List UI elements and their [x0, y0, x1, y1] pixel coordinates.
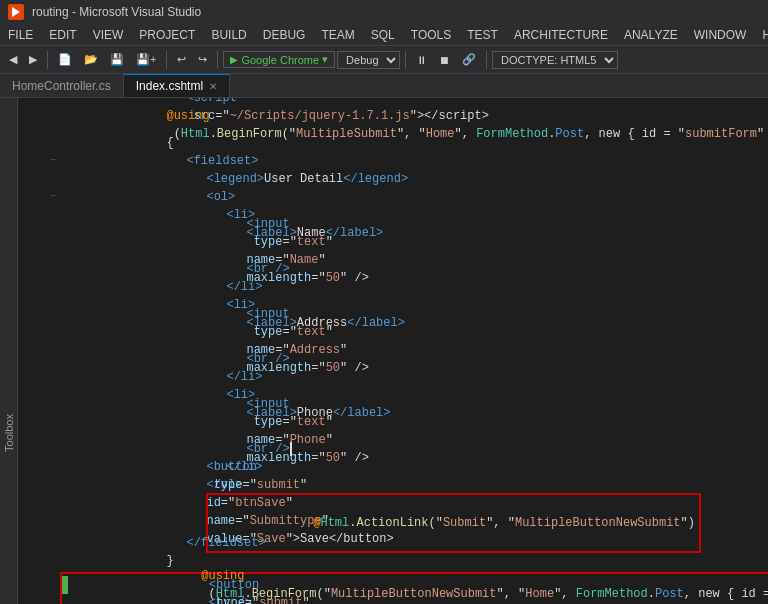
doctype-dropdown[interactable]: DOCTYPE: HTML5 [492, 51, 618, 69]
line-num-25 [18, 530, 42, 548]
separator-2 [166, 51, 167, 69]
separator-5 [486, 51, 487, 69]
attach-btn[interactable]: 🔗 [457, 50, 481, 69]
action-link-highlight: @Html.ActionLink("Submit", "MultipleButt… [206, 493, 701, 553]
main-layout: Toolbox [0, 98, 768, 604]
debug-dropdown[interactable]: Debug [337, 51, 400, 69]
line-num-15 [18, 350, 42, 368]
tab-homecontroller-label: HomeController.cs [12, 79, 111, 93]
toolbox-label: Toolbox [3, 414, 15, 452]
stop-btn[interactable]: ⏹ [434, 51, 455, 69]
tab-bar: HomeController.cs Index.cshtml ✕ [0, 74, 768, 98]
tab-index-label: Index.cshtml [136, 79, 203, 93]
code-content[interactable]: <script src="~/Scripts/jquery-1.7.1.js">… [56, 98, 768, 604]
line-num-16 [18, 368, 42, 386]
redo-btn[interactable]: ↪ [193, 50, 212, 69]
line-num-24 [18, 512, 42, 530]
line-num-23 [18, 494, 42, 512]
line-num-19 [18, 422, 42, 440]
line-num-20 [18, 440, 42, 458]
open-btn[interactable]: 📂 [79, 50, 103, 69]
new-btn[interactable]: 📄 [53, 50, 77, 69]
separator-3 [217, 51, 218, 69]
bottom-red-section: @using (Html.BeginForm("MultipleButtonNe… [60, 572, 768, 604]
line-num-12 [18, 296, 42, 314]
line-num-5 [18, 170, 42, 188]
menu-bar: FILE EDIT VIEW PROJECT BUILD DEBUG TEAM … [0, 24, 768, 46]
menu-team[interactable]: TEAM [313, 26, 362, 44]
line-num-7 [18, 206, 42, 224]
line-num-8 [18, 224, 42, 242]
tab-homecontroller[interactable]: HomeController.cs [0, 74, 124, 97]
play-icon: ▶ [230, 54, 238, 65]
menu-tools[interactable]: TOOLS [403, 26, 459, 44]
run-label: Google Chrome [241, 54, 319, 66]
line-num-13 [18, 314, 42, 332]
line-num-2 [18, 116, 42, 134]
svg-marker-0 [12, 7, 20, 17]
back-btn[interactable]: ◀ [4, 50, 22, 69]
title-text: routing - Microsoft Visual Studio [32, 5, 201, 19]
line-num-28 [18, 584, 42, 602]
menu-project[interactable]: PROJECT [131, 26, 203, 44]
forward-btn[interactable]: ▶ [24, 50, 42, 69]
line-num-1 [18, 98, 42, 116]
line-num-10 [18, 260, 42, 278]
line-num-18 [18, 404, 42, 422]
menu-architecture[interactable]: ARCHITECTURE [506, 26, 616, 44]
save-all-btn[interactable]: 💾+ [131, 50, 161, 69]
menu-analyze[interactable]: ANALYZE [616, 26, 686, 44]
menu-help[interactable]: HELP [754, 26, 768, 44]
run-dropdown-arrow[interactable]: ▾ [322, 53, 328, 66]
code-editor[interactable]: − − [18, 98, 768, 604]
line-num-3 [18, 134, 42, 152]
line-num-21 [18, 458, 42, 476]
menu-debug[interactable]: DEBUG [255, 26, 314, 44]
separator-4 [405, 51, 406, 69]
line-num-6 [18, 188, 42, 206]
pause-btn[interactable]: ⏸ [411, 51, 432, 69]
menu-view[interactable]: VIEW [85, 26, 132, 44]
code-area: − − [18, 98, 768, 604]
undo-btn[interactable]: ↩ [172, 50, 191, 69]
menu-test[interactable]: TEST [459, 26, 506, 44]
toolbox-sidebar[interactable]: Toolbox [0, 98, 18, 604]
line-num-11 [18, 278, 42, 296]
line-numbers [18, 98, 50, 604]
line-num-26 [18, 548, 42, 566]
toolbar: ◀ ▶ 📄 📂 💾 💾+ ↩ ↪ ▶ Google Chrome ▾ Debug… [0, 46, 768, 74]
save-btn[interactable]: 💾 [105, 50, 129, 69]
line-num-27 [18, 566, 42, 584]
tab-index-cshtml[interactable]: Index.cshtml ✕ [124, 74, 230, 97]
vs-icon [8, 4, 24, 20]
line-num-9 [18, 242, 42, 260]
menu-build[interactable]: BUILD [203, 26, 254, 44]
title-bar: routing - Microsoft Visual Studio [0, 0, 768, 24]
line-num-14 [18, 332, 42, 350]
menu-edit[interactable]: EDIT [41, 26, 84, 44]
close-tab-icon[interactable]: ✕ [209, 81, 217, 92]
menu-window[interactable]: WINDOW [686, 26, 755, 44]
line-num-22 [18, 476, 42, 494]
menu-sql[interactable]: SQL [363, 26, 403, 44]
menu-file[interactable]: FILE [0, 26, 41, 44]
line-num-4 [18, 152, 42, 170]
line-num-17 [18, 386, 42, 404]
separator-1 [47, 51, 48, 69]
run-button[interactable]: ▶ Google Chrome ▾ [223, 51, 335, 68]
